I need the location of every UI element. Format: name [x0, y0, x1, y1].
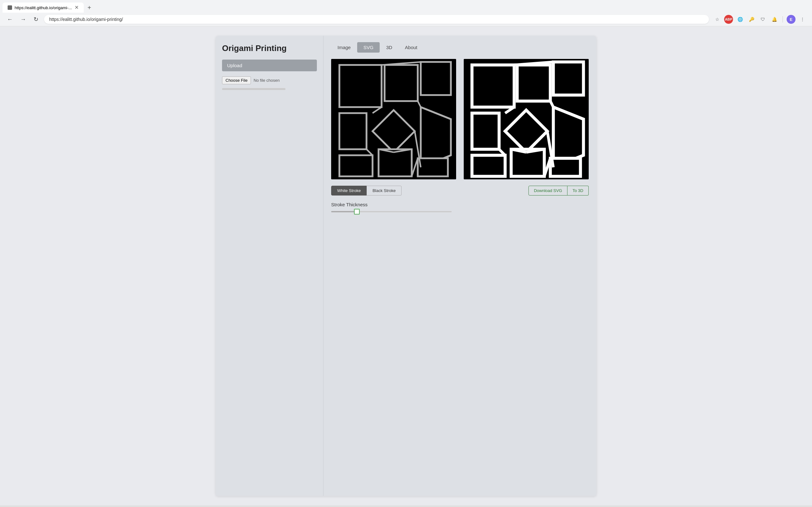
toolbar-separator: [782, 16, 783, 22]
white-stroke-button[interactable]: White Stroke: [331, 186, 367, 195]
action-buttons: Download SVG To 3D: [528, 186, 589, 195]
svg-marker-1: [339, 65, 382, 107]
app-title: Origami Printing: [222, 43, 317, 53]
tab-close-btn[interactable]: ✕: [74, 5, 79, 10]
tab-image[interactable]: Image: [331, 42, 357, 53]
tab-svg[interactable]: SVG: [357, 42, 380, 53]
svg-marker-9: [418, 158, 448, 176]
no-file-label: No file chosen: [253, 78, 280, 83]
svg-marker-23: [472, 113, 499, 149]
tab-3d[interactable]: 3D: [380, 42, 398, 53]
svg-marker-5: [339, 113, 367, 149]
reload-button[interactable]: ↻: [32, 14, 40, 24]
preview-black-stroke: [464, 59, 589, 179]
address-input[interactable]: [44, 15, 709, 24]
svg-marker-19: [472, 65, 514, 107]
choose-file-button[interactable]: Choose File: [222, 76, 251, 84]
globe-icon[interactable]: 🌐: [735, 15, 745, 24]
bookmark-icon[interactable]: ☆: [713, 15, 722, 24]
svg-marker-21: [554, 62, 583, 95]
tabs-row: Image SVG 3D About: [331, 42, 589, 53]
to-3d-button[interactable]: To 3D: [567, 186, 589, 195]
download-svg-button[interactable]: Download SVG: [528, 186, 567, 195]
thickness-slider[interactable]: [331, 211, 452, 212]
right-panel: Image SVG 3D About: [323, 36, 596, 496]
svg-marker-25: [472, 155, 505, 176]
slider-container: [331, 211, 589, 212]
svg-marker-27: [550, 158, 580, 176]
svg-marker-3: [421, 62, 451, 95]
controls-row: White Stroke Black Stroke Download SVG T…: [331, 186, 589, 195]
forward-button[interactable]: →: [18, 15, 28, 24]
back-button[interactable]: ←: [5, 15, 14, 24]
stroke-buttons: White Stroke Black Stroke: [331, 186, 402, 195]
browser-tab: https://ealitt.github.io/origami-... ✕: [3, 3, 84, 13]
abp-icon[interactable]: ABP: [724, 15, 733, 24]
black-stroke-button[interactable]: Black Stroke: [367, 186, 402, 195]
tab-title: https://ealitt.github.io/origami-...: [14, 5, 72, 10]
left-panel: Origami Printing Upload Choose File No f…: [216, 36, 323, 496]
previews-row: [331, 59, 589, 179]
app-container: Origami Printing Upload Choose File No f…: [216, 36, 596, 496]
address-bar-row: ← → ↻ ☆ ABP 🌐 🔑 🛡 🔔 E ⋮: [0, 13, 812, 26]
upload-button[interactable]: Upload: [222, 60, 317, 71]
stroke-thickness-section: Stroke Thickness: [331, 202, 589, 212]
svg-marker-2: [385, 65, 418, 101]
stroke-thickness-label: Stroke Thickness: [331, 202, 589, 207]
svg-marker-8: [379, 149, 412, 176]
tab-about[interactable]: About: [399, 42, 424, 53]
menu-icon[interactable]: ⋮: [798, 15, 807, 24]
file-input-row: Choose File No file chosen: [222, 76, 317, 84]
left-scrollbar[interactable]: [222, 88, 286, 90]
extension-icon-2[interactable]: 🛡: [758, 15, 767, 24]
page-content: Origami Printing Upload Choose File No f…: [0, 26, 812, 505]
svg-marker-7: [339, 155, 373, 176]
tab-favicon: [8, 5, 12, 10]
tab-bar: https://ealitt.github.io/origami-... ✕ +: [0, 0, 812, 13]
profile-icon[interactable]: E: [786, 15, 796, 24]
extension-icon-3[interactable]: 🔔: [770, 15, 779, 24]
browser-chrome: https://ealitt.github.io/origami-... ✕ +…: [0, 0, 812, 26]
extension-icon-1[interactable]: 🔑: [747, 15, 756, 24]
toolbar-icons: ☆ ABP 🌐 🔑 🛡 🔔 E ⋮: [713, 15, 807, 24]
svg-marker-20: [517, 65, 551, 101]
preview-white-stroke: [331, 59, 456, 179]
new-tab-button[interactable]: +: [85, 3, 94, 13]
